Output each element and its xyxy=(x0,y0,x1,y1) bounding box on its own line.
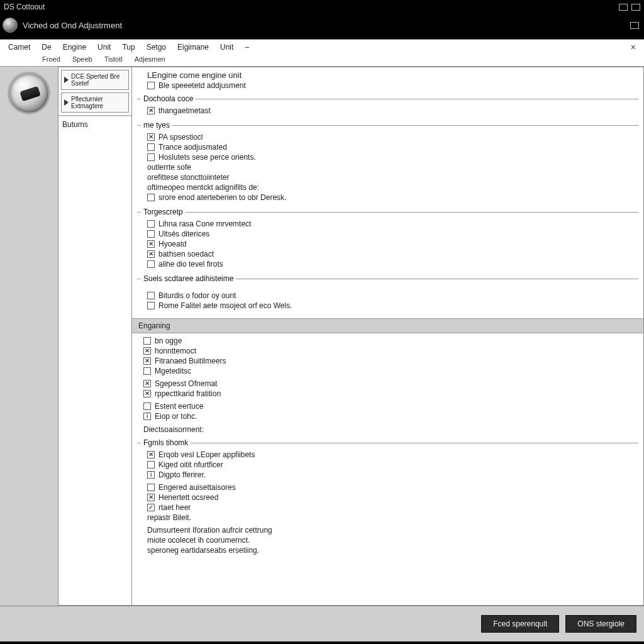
checkbox-icon[interactable]: ✕ xyxy=(143,380,151,387)
menu-item[interactable]: Camet xyxy=(3,42,36,53)
checkbox-row[interactable]: ✓rtaet heer xyxy=(141,502,638,513)
footer-button-2[interactable]: ONS stergiole xyxy=(565,615,636,633)
menubar: Camet De Engine Unit Tup Setgo Eigimane … xyxy=(0,40,644,55)
checkbox-row[interactable]: ✕Henertett ocsreed xyxy=(141,492,638,502)
checkbox-icon[interactable] xyxy=(147,484,155,491)
checkbox-icon[interactable] xyxy=(147,143,155,151)
window-minimize-icon[interactable] xyxy=(619,4,628,11)
checkbox-icon[interactable]: ✕ xyxy=(147,250,155,258)
checkbox-row[interactable]: iEiop or tohc. xyxy=(137,411,638,421)
window-maximize-icon[interactable] xyxy=(631,4,640,11)
checkbox-label: alihe dio tevel firots xyxy=(158,260,223,269)
checkbox-icon[interactable]: ✕ xyxy=(143,390,151,397)
checkbox-icon[interactable] xyxy=(147,260,155,268)
sub-title-text: Viched od Ond Adjustrment xyxy=(23,21,122,30)
checkbox-row[interactable]: ✕PA spsestiocl xyxy=(141,132,638,142)
checkbox-row[interactable]: Ble speeetetd addjusment xyxy=(137,80,638,91)
checkbox-icon[interactable] xyxy=(143,402,151,410)
checkbox-row[interactable]: bn ogge xyxy=(137,336,638,346)
checkbox-icon[interactable]: i xyxy=(143,413,151,420)
checkbox-icon[interactable] xyxy=(147,230,155,238)
checkbox-label: Fitranaed Buitilmeers xyxy=(155,357,226,365)
checkbox-label: Lihna rasa Cone mrvemtect xyxy=(158,219,251,228)
checkbox-row[interactable]: ✕ thangaetmetast xyxy=(141,106,638,116)
checkbox-row[interactable]: ✕honnttemoct xyxy=(137,346,638,356)
submenu-item[interactable]: Adjesmen xyxy=(130,55,170,64)
checkbox-icon[interactable] xyxy=(147,153,155,161)
checkbox-row[interactable]: alihe dio tevel firots xyxy=(141,259,638,269)
module-icon[interactable] xyxy=(8,72,50,114)
menu-item[interactable]: Setgo xyxy=(141,42,172,53)
checkbox-label: PA spsestiocl xyxy=(158,133,203,142)
checkbox-icon[interactable]: ✕ xyxy=(147,451,155,458)
side-button-1[interactable]: DCE Sperted Bre Ssetef xyxy=(61,70,129,90)
footer-button-1[interactable]: Fced sperenqult xyxy=(481,615,559,633)
checkbox-row[interactable]: Biturdis o fodor oy ount xyxy=(141,291,638,301)
menu-item[interactable]: De xyxy=(36,42,57,53)
menu-item[interactable]: – xyxy=(239,42,255,53)
checkbox-icon[interactable]: ✕ xyxy=(147,133,155,141)
checkbox-row[interactable]: iDigpto fferirer. xyxy=(141,470,638,480)
checkbox-icon[interactable] xyxy=(147,194,155,201)
group-title: Dochoola coce xyxy=(141,94,196,103)
checkbox-row[interactable]: Engered auisettaisores xyxy=(141,482,638,492)
side-button-2[interactable]: Pflecturnier Extmagtere xyxy=(61,92,129,113)
checkbox-row[interactable]: Estent eertuce xyxy=(137,401,638,411)
checkbox-row[interactable]: ✕Sgepesst Ofnemat xyxy=(137,379,638,389)
checkbox-icon[interactable]: ✕ xyxy=(147,494,155,501)
checkbox-icon[interactable]: ✕ xyxy=(147,107,155,114)
menu-item[interactable]: Unit xyxy=(92,42,116,53)
checkbox-label: Henertett ocsreed xyxy=(158,493,218,502)
checkbox-row[interactable]: Trance aodjusmated xyxy=(141,142,638,152)
checkbox-row[interactable]: Hoslutets sese perce orients. xyxy=(141,152,638,162)
checkbox-row[interactable]: ✕bathsen soedact xyxy=(141,249,638,259)
checkbox-icon[interactable]: ✕ xyxy=(143,357,151,365)
checkbox-icon[interactable]: ✕ xyxy=(143,347,151,355)
checkbox-icon[interactable] xyxy=(147,461,155,469)
submenu-item[interactable]: Tistotl xyxy=(99,55,128,64)
checkbox-row[interactable]: Kiged oitit nfurtficer xyxy=(141,460,638,470)
checkbox-label: bathsen soedact xyxy=(158,250,214,258)
checkbox-row[interactable]: Rome Falitel aete msojeot orf eco Wels. xyxy=(141,301,638,311)
note-text: repastr Bileit. xyxy=(141,513,638,523)
side-button-label: DCE Sperted Bre Ssetef xyxy=(71,73,126,87)
checkbox-icon[interactable] xyxy=(147,82,155,89)
checkbox-icon[interactable] xyxy=(143,367,151,375)
checkbox-label: Eiop or tohc. xyxy=(155,412,197,421)
sub-menubar: Froed Speeb Tistotl Adjesmen xyxy=(0,55,644,67)
menu-item[interactable]: Engine xyxy=(57,42,92,53)
checkbox-row[interactable]: Mgeteditsc xyxy=(137,366,638,376)
checkbox-icon[interactable] xyxy=(147,220,155,228)
checkbox-icon[interactable]: i xyxy=(147,471,155,479)
checkbox-row[interactable]: Lihna rasa Cone mrvemtect xyxy=(141,219,638,229)
submenu-item[interactable]: Froed xyxy=(37,55,65,64)
section-banner: Enganing xyxy=(132,318,643,333)
menu-item[interactable]: Unit xyxy=(214,42,239,53)
checkbox-label: bn ogge xyxy=(155,336,182,345)
menu-item[interactable]: Eigimane xyxy=(172,42,214,53)
checkbox-label: Ultsés diterices xyxy=(158,230,209,238)
group-title: Diectsoaisorment: xyxy=(137,421,638,435)
checkbox-icon[interactable]: ✓ xyxy=(147,504,155,511)
checkbox-row[interactable]: Ultsés diterices xyxy=(141,229,638,239)
checkbox-label: Erqob vesl LEoper appfiibets xyxy=(158,450,255,459)
checkbox-label: Ble speeetetd addjusment xyxy=(158,81,246,90)
checkbox-row[interactable]: ✕Hyoeatd xyxy=(141,239,638,249)
checkbox-icon[interactable]: ✕ xyxy=(147,240,155,248)
checkbox-row[interactable]: srore enod aterteberien to obr Deresk. xyxy=(141,192,638,203)
checkbox-icon[interactable] xyxy=(143,337,151,345)
checkbox-row[interactable]: ✕rppecttkarid fratition xyxy=(137,389,638,399)
group-metyes: me tyes ✕PA spsestiocl Trance aodjusmate… xyxy=(137,121,638,204)
play-icon xyxy=(64,77,69,83)
checkbox-icon[interactable] xyxy=(147,302,155,309)
window-restore-icon[interactable] xyxy=(630,22,639,29)
menu-item[interactable]: Tup xyxy=(116,42,140,53)
checkbox-row[interactable]: ✕Fitranaed Buitilmeers xyxy=(137,356,638,366)
close-icon[interactable]: × xyxy=(625,41,641,53)
checkbox-row[interactable]: ✕Erqob vesl LEoper appfiibets xyxy=(141,450,638,460)
checkbox-label: Trance aodjusmated xyxy=(158,143,227,152)
submenu-item[interactable]: Speeb xyxy=(67,55,97,64)
checkbox-icon[interactable] xyxy=(147,292,155,299)
checkbox-label: Hoslutets sese perce orients. xyxy=(158,153,256,162)
side-button-label: Pflecturnier Extmagtere xyxy=(71,96,126,109)
